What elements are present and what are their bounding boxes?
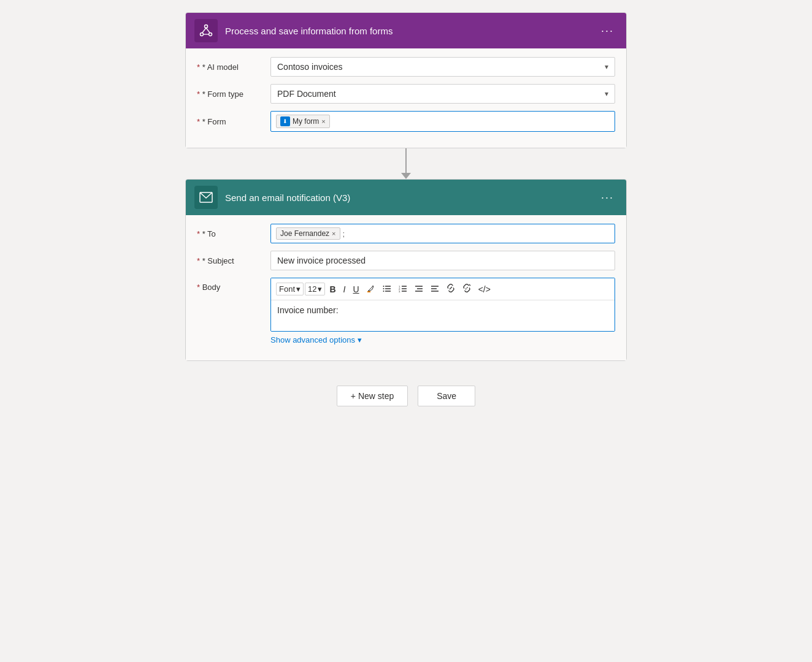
step-card-1: Process and save information from forms … — [185, 12, 627, 148]
form-tag-remove[interactable]: × — [321, 118, 325, 125]
to-tag-input[interactable]: Joe Fernandez × ; — [270, 224, 615, 243]
link-button[interactable] — [443, 282, 458, 296]
card1-header: Process and save information from forms … — [186, 13, 626, 48]
card1-body: * AI model Contoso invoices ▾ * Form typ… — [186, 48, 626, 148]
arrow-head — [401, 173, 411, 179]
ai-model-label: * AI model — [197, 63, 270, 72]
form-tag-icon: ⬇ — [280, 116, 290, 126]
svg-line-4 — [206, 28, 210, 33]
size-chevron-icon: ▾ — [318, 284, 322, 294]
ai-model-chevron-icon: ▾ — [605, 63, 608, 71]
body-editor: Font ▾ 12 ▾ B I U — [270, 278, 615, 332]
form-tag: ⬇ My form × — [276, 115, 330, 128]
editor-toolbar: Font ▾ 12 ▾ B I U — [271, 278, 615, 300]
svg-line-3 — [202, 28, 206, 33]
body-content[interactable]: Invoice number: — [271, 300, 615, 331]
underline-button[interactable]: U — [350, 283, 362, 296]
form-type-select[interactable]: PDF Document ▾ — [270, 84, 615, 104]
indent-right-button[interactable] — [427, 283, 442, 296]
save-button[interactable]: Save — [418, 386, 475, 406]
font-chevron-icon: ▾ — [296, 284, 301, 294]
svg-line-26 — [469, 284, 470, 286]
svg-point-2 — [209, 33, 212, 36]
form-type-label: * Form type — [197, 89, 270, 99]
show-advanced-chevron-icon: ▾ — [358, 335, 362, 344]
card2-more-button[interactable]: ··· — [597, 190, 618, 205]
card2-title: Send an email notification (V3) — [225, 192, 597, 203]
card2-body: * To Joe Fernandez × ; * Subject — [186, 215, 626, 360]
card1-title: Process and save information from forms — [225, 26, 597, 36]
show-advanced-button[interactable]: Show advanced options ▾ — [270, 335, 362, 344]
italic-button[interactable]: I — [340, 283, 349, 296]
svg-point-10 — [383, 291, 384, 292]
form-row: * Form ⬇ My form × — [197, 111, 615, 132]
form-type-control: PDF Document ▾ — [270, 84, 615, 104]
to-semicolon: ; — [343, 229, 345, 238]
to-label: * To — [197, 229, 270, 238]
bold-button[interactable]: B — [326, 283, 339, 296]
svg-text:3.: 3. — [399, 290, 400, 292]
ordered-list-button[interactable]: 1. 2. 3. — [396, 283, 410, 296]
form-tag-input[interactable]: ⬇ My form × — [270, 111, 615, 132]
body-control: Font ▾ 12 ▾ B I U — [270, 278, 615, 344]
ai-model-select[interactable]: Contoso invoices ▾ — [270, 57, 615, 77]
body-label: * Body — [197, 278, 270, 292]
subject-row: * Subject — [197, 251, 615, 270]
arrow-line — [405, 148, 407, 173]
bottom-actions: + New step Save — [337, 386, 475, 406]
subject-input[interactable] — [270, 251, 615, 270]
form-label: * Form — [197, 117, 270, 126]
body-row: * Body Font ▾ 12 ▾ — [197, 278, 615, 344]
to-tag: Joe Fernandez × — [276, 227, 340, 240]
svg-point-9 — [383, 288, 384, 289]
form-type-row: * Form type PDF Document ▾ — [197, 84, 615, 104]
form-control: ⬇ My form × — [270, 111, 615, 132]
ai-model-row: * AI model Contoso invoices ▾ — [197, 57, 615, 77]
font-size-select[interactable]: 12 ▾ — [305, 283, 325, 295]
new-step-button[interactable]: + New step — [337, 386, 408, 406]
to-tag-remove[interactable]: × — [332, 230, 335, 237]
svg-point-1 — [201, 33, 204, 36]
subject-control — [270, 251, 615, 270]
card1-more-button[interactable]: ··· — [597, 23, 618, 39]
indent-left-button[interactable] — [412, 283, 426, 296]
form-type-chevron-icon: ▾ — [605, 89, 608, 98]
card2-header: Send an email notification (V3) ··· — [186, 180, 626, 215]
svg-point-8 — [383, 286, 384, 287]
arrow-connector-1 — [401, 148, 411, 179]
bullet-list-button[interactable] — [380, 283, 394, 296]
card1-icon — [194, 19, 218, 42]
code-button[interactable]: </> — [475, 283, 494, 296]
unlink-button[interactable] — [459, 282, 474, 296]
to-row: * To Joe Fernandez × ; — [197, 224, 615, 243]
font-select[interactable]: Font ▾ — [276, 283, 304, 295]
step-card-2: Send an email notification (V3) ··· * To… — [185, 179, 627, 361]
subject-label: * Subject — [197, 256, 270, 265]
ai-model-control: Contoso invoices ▾ — [270, 57, 615, 77]
to-control: Joe Fernandez × ; — [270, 224, 615, 243]
highlight-button[interactable] — [364, 282, 378, 296]
svg-point-0 — [205, 25, 208, 28]
card2-icon — [194, 186, 218, 209]
